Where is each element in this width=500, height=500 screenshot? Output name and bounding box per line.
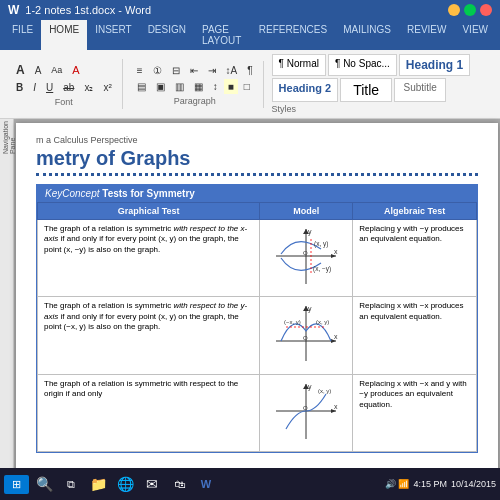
border-button[interactable]: □ <box>240 79 254 94</box>
row1-algebraic: Replacing y with −y produces an equivale… <box>353 220 477 297</box>
col-graphical: Graphical Test <box>38 203 260 220</box>
svg-text:(x, y): (x, y) <box>318 388 331 394</box>
bullets-button[interactable]: ≡ <box>133 63 147 78</box>
origin-symmetry-graph: x y (x, y) O <box>266 379 346 444</box>
increase-indent-button[interactable]: ⇥ <box>204 63 220 78</box>
window-controls <box>448 4 492 16</box>
align-center-button[interactable]: ▣ <box>152 79 169 94</box>
word-taskbar-button[interactable]: W <box>194 472 218 496</box>
svg-text:(x, y): (x, y) <box>314 240 328 248</box>
align-right-button[interactable]: ▥ <box>171 79 188 94</box>
tab-references[interactable]: REFERENCES <box>251 20 335 50</box>
paragraph-group-label: Paragraph <box>174 96 216 106</box>
navigation-pane[interactable]: NavigationPane <box>0 119 14 500</box>
sort-button[interactable]: ↕A <box>222 63 242 78</box>
svg-text:x: x <box>334 403 338 410</box>
table-header-row: Graphical Test Model Algebraic Test <box>38 203 477 220</box>
close-button[interactable] <box>480 4 492 16</box>
start-button[interactable]: ⊞ <box>4 475 29 494</box>
edge-button[interactable]: 🌐 <box>113 472 137 496</box>
svg-text:x: x <box>334 333 338 340</box>
document-title: 1-2 notes 1st.docx - Word <box>25 4 151 16</box>
justify-button[interactable]: ▦ <box>190 79 207 94</box>
y-axis-symmetry-graph: x y (−x, y) (x, y) O <box>266 301 346 366</box>
row2-model: x y (−x, y) (x, y) O <box>260 297 353 374</box>
tab-mailings[interactable]: MAILINGS <box>335 20 399 50</box>
style-subtitle[interactable]: Subtitle <box>394 78 446 102</box>
tab-view[interactable]: VIEW <box>454 20 496 50</box>
numbering-button[interactable]: ① <box>149 63 166 78</box>
tab-insert[interactable]: INSERT <box>87 20 140 50</box>
bold-button[interactable]: B <box>12 80 27 95</box>
svg-text:(−x, y): (−x, y) <box>284 319 301 325</box>
show-hide-button[interactable]: ¶ <box>243 63 256 78</box>
row3-algebraic: Replacing x with −x and y with −y produc… <box>353 374 477 451</box>
align-left-button[interactable]: ▤ <box>133 79 150 94</box>
style-no-spacing[interactable]: ¶ No Spac... <box>328 54 397 76</box>
tab-home[interactable]: HOME <box>41 20 87 50</box>
styles-list: ¶ Normal ¶ No Spac... Heading 1 Heading … <box>272 54 490 102</box>
superscript-button[interactable]: x² <box>99 80 115 95</box>
styles-group-label: Styles <box>272 104 490 114</box>
svg-text:y: y <box>308 305 312 313</box>
minimize-button[interactable] <box>448 4 460 16</box>
key-concept-header: KeyConcept Tests for Symmetry <box>37 185 477 202</box>
document-page[interactable]: m a Calculus Perspective metry of Graphs… <box>16 123 498 500</box>
title-bar-left: W 1-2 notes 1st.docx - Word <box>8 3 151 17</box>
font-aa-button[interactable]: Aa <box>47 63 66 77</box>
col-algebraic: Algebraic Test <box>353 203 477 220</box>
italic-button[interactable]: I <box>29 80 40 95</box>
svg-text:O: O <box>303 405 308 411</box>
line-spacing-button[interactable]: ↕ <box>209 79 222 94</box>
table-row: The graph of a relation is symmetric wit… <box>38 297 477 374</box>
mail-button[interactable]: ✉ <box>140 472 164 496</box>
font-color-button[interactable]: A <box>68 62 83 78</box>
row1-graphical: The graph of a relation is symmetric wit… <box>38 220 260 297</box>
tab-review[interactable]: REVIEW <box>399 20 454 50</box>
symmetry-table: Graphical Test Model Algebraic Test The … <box>37 202 477 452</box>
row3-graphical: The graph of a relation is symmetric wit… <box>38 374 260 451</box>
svg-text:O: O <box>303 250 308 256</box>
system-tray: 🔊 📶 4:15 PM 10/14/2015 <box>385 479 496 489</box>
row2-graphical: The graph of a relation is symmetric wit… <box>38 297 260 374</box>
paragraph-group: ≡ ① ⊟ ⇤ ⇥ ↕A ¶ ▤ ▣ ▥ ▦ ↕ ■ <box>127 61 264 108</box>
clock-time: 4:15 PM <box>413 479 447 489</box>
style-heading2[interactable]: Heading 2 <box>272 78 339 102</box>
decrease-indent-button[interactable]: ⇤ <box>186 63 202 78</box>
font-group-label: Font <box>55 97 73 107</box>
tray-icons: 🔊 📶 <box>385 479 410 489</box>
font-size-up-button[interactable]: A <box>12 61 29 79</box>
maximize-button[interactable] <box>464 4 476 16</box>
file-explorer-button[interactable]: 📁 <box>86 472 110 496</box>
x-axis-symmetry-graph: x y (x, y) (x, −y) O <box>266 224 346 289</box>
clock-date: 10/14/2015 <box>451 479 496 489</box>
underline-button[interactable]: U <box>42 80 57 95</box>
ribbon-tab-bar: FILE HOME INSERT DESIGN PAGE LAYOUT REFE… <box>0 20 500 50</box>
font-group: A A Aa A B I U ab x₂ x² Font <box>6 59 123 109</box>
document-container: NavigationPane m a Calculus Perspective … <box>0 119 500 500</box>
svg-text:y: y <box>308 383 312 391</box>
multilevel-list-button[interactable]: ⊟ <box>168 63 184 78</box>
document-heading: metry of Graphs <box>36 147 478 176</box>
font-group-content: A A Aa A B I U ab x₂ x² <box>12 61 116 95</box>
font-size-down-button[interactable]: A <box>31 63 46 78</box>
tab-file[interactable]: FILE <box>4 20 41 50</box>
svg-text:(x, y): (x, y) <box>316 319 329 325</box>
strikethrough-button[interactable]: ab <box>59 80 78 95</box>
style-heading1[interactable]: Heading 1 <box>399 54 470 76</box>
paragraph-group-content: ≡ ① ⊟ ⇤ ⇥ ↕A ¶ ▤ ▣ ▥ ▦ ↕ ■ <box>133 63 257 94</box>
ribbon: FILE HOME INSERT DESIGN PAGE LAYOUT REFE… <box>0 20 500 119</box>
svg-text:O: O <box>303 335 308 341</box>
store-button[interactable]: 🛍 <box>167 472 191 496</box>
word-logo: W <box>8 3 19 17</box>
subscript-button[interactable]: x₂ <box>80 80 97 95</box>
table-row: The graph of a relation is symmetric wit… <box>38 374 477 451</box>
taskview-button[interactable]: ⧉ <box>59 472 83 496</box>
tab-design[interactable]: DESIGN <box>140 20 194 50</box>
tab-page-layout[interactable]: PAGE LAYOUT <box>194 20 251 50</box>
style-title[interactable]: Title <box>340 78 392 102</box>
search-taskbar-button[interactable]: 🔍 <box>32 472 56 496</box>
key-concept-title: Tests for Symmetry <box>102 188 195 199</box>
style-normal[interactable]: ¶ Normal <box>272 54 326 76</box>
shading-button[interactable]: ■ <box>224 79 238 94</box>
